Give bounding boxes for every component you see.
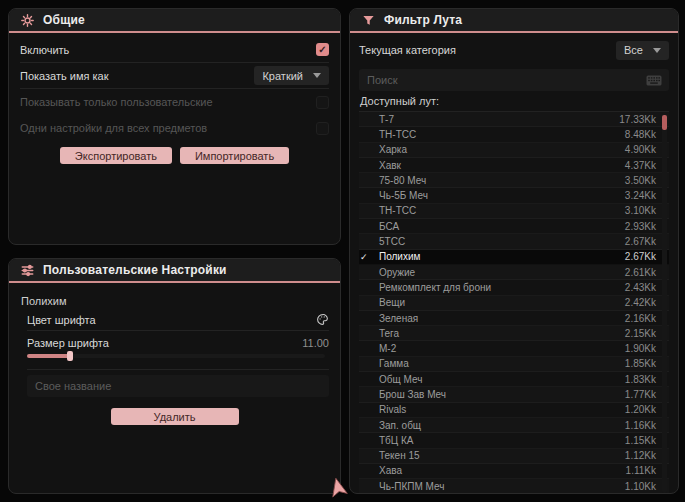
loot-item-row[interactable]: Общ Меч1.83Kk	[359, 372, 669, 387]
custom-panel-header[interactable]: Пользовательские Настройки	[9, 259, 340, 281]
loot-item-name: 75-80 Меч	[379, 175, 625, 186]
enable-checkbox[interactable]: ✓	[316, 43, 329, 56]
font-color-label: Цвет шрифта	[27, 314, 96, 326]
loot-item-name: Вещи	[379, 297, 625, 308]
search-input[interactable]	[359, 69, 646, 91]
loot-item-row[interactable]: Оружие2.61Kk	[359, 265, 669, 280]
show-name-combo-value: Краткий	[262, 70, 303, 82]
font-size-label: Размер шрифта	[27, 337, 109, 349]
loot-item-row[interactable]: Брош Зав Меч1.77Kk	[359, 387, 669, 402]
loot-item-name: Оружие	[379, 267, 625, 278]
loot-item-row[interactable]: ТН-ТСС3.10Kk	[359, 204, 669, 219]
loot-item-name: Полихим	[379, 251, 625, 262]
font-size-slider[interactable]	[27, 351, 329, 361]
import-button[interactable]: Импортировать	[180, 147, 289, 164]
delete-button[interactable]: Удалить	[111, 408, 239, 425]
loot-list-scrollbar[interactable]	[662, 113, 667, 493]
loot-item-name: Чь-5Б Меч	[379, 190, 625, 201]
loot-item-row[interactable]: Текен 151.12Kk	[359, 449, 669, 464]
enable-label: Включить	[20, 44, 69, 56]
category-row: Текущая категория Все	[359, 37, 669, 63]
loot-item-name: Харка	[379, 144, 625, 155]
loot-filter-panel: Фильтр Лута Текущая категория Все	[349, 8, 679, 494]
slider-grab[interactable]	[67, 351, 73, 361]
only-custom-label: Показывать только пользовательские	[20, 96, 213, 108]
check-icon: ✓	[359, 252, 379, 262]
sliders-icon	[21, 264, 34, 277]
loot-item-name: Чь-ПКПМ Меч	[379, 481, 625, 492]
category-combo[interactable]: Все	[616, 41, 669, 60]
show-name-row: Показать имя как Краткий	[20, 63, 329, 89]
custom-settings-panel: Пользовательские Настройки Полихим Цвет …	[8, 258, 341, 494]
loot-item-name: Зеленая	[379, 313, 625, 324]
loot-item-name: Гамма	[379, 358, 625, 369]
loot-item-name: 5ТСС	[379, 236, 625, 247]
loot-item-row[interactable]: Т-717.33Kk	[359, 112, 669, 127]
loot-item-name: Зап. общ	[379, 420, 625, 431]
loot-item-name: Ремкомплект для брони	[379, 282, 625, 293]
loot-item-row[interactable]: Зап. общ1.16Kk	[359, 418, 669, 433]
loot-item-row[interactable]: Харка4.90Kk	[359, 143, 669, 158]
font-size-value: 11.00	[302, 337, 329, 349]
available-loot-label: Доступный лут:	[360, 95, 668, 107]
loot-item-row[interactable]: Хава1.11Kk	[359, 464, 669, 479]
general-panel: Общие Включить ✓ Показать имя как Кратки…	[8, 8, 341, 245]
same-settings-checkbox	[316, 122, 329, 135]
loot-item-row[interactable]: Ремкомплект для брони2.43Kk	[359, 280, 669, 295]
show-name-label: Показать имя как	[20, 70, 109, 82]
loot-item-name: БСА	[379, 221, 625, 232]
loot-item-row[interactable]: Хавк4.37Kk	[359, 158, 669, 173]
palette-icon[interactable]	[316, 313, 329, 326]
loot-item-row[interactable]: Зеленая2.16Kk	[359, 311, 669, 326]
loot-item-name: Rivals	[379, 404, 625, 415]
enable-row: Включить ✓	[20, 37, 329, 63]
loot-item-name: Хавк	[379, 160, 625, 171]
loot-item-name: Тега	[379, 328, 625, 339]
gear-icon	[21, 14, 34, 27]
export-button[interactable]: Экспортировать	[60, 147, 172, 164]
same-settings-row: Одни настройки для всех предметов	[20, 115, 329, 141]
scrollbar-thumb[interactable]	[662, 115, 667, 130]
search-box	[359, 69, 669, 91]
loot-item-name: Хава	[379, 465, 626, 476]
loot-item-name: Брош Зав Меч	[379, 389, 625, 400]
same-settings-label: Одни настройки для всех предметов	[20, 122, 207, 134]
header-accent-line	[350, 31, 678, 33]
loot-item-row[interactable]: Вещи2.42Kk	[359, 296, 669, 311]
loot-item-row[interactable]: Чь-ПКПМ Меч1.10Kk	[359, 479, 669, 494]
selected-item-name: Полихим	[21, 295, 328, 307]
funnel-icon	[362, 14, 375, 27]
loot-panel-header[interactable]: Фильтр Лута	[350, 9, 678, 31]
category-combo-value: Все	[624, 44, 643, 56]
loot-item-row[interactable]: ✓Полихим2.67Kk	[359, 250, 669, 265]
loot-item-name: Текен 15	[379, 450, 625, 461]
loot-item-row[interactable]: 5ТСС2.67Kk	[359, 234, 669, 249]
loot-item-name: ТН-ТСС	[379, 129, 625, 140]
show-name-combo[interactable]: Краткий	[254, 66, 329, 85]
loot-item-row[interactable]: Тега2.15Kk	[359, 326, 669, 341]
general-panel-title: Общие	[43, 13, 85, 27]
loot-item-row[interactable]: Гамма1.85Kk	[359, 357, 669, 372]
font-size-row: Размер шрифта 11.00	[27, 331, 329, 370]
loot-item-row[interactable]: М-21.90Kk	[359, 341, 669, 356]
custom-panel-title: Пользовательские Настройки	[43, 263, 227, 277]
mod-config-window: Общие Включить ✓ Показать имя как Кратки…	[0, 0, 685, 502]
loot-item-row[interactable]: ТН-ТСС8.48Kk	[359, 127, 669, 142]
loot-item-row[interactable]: БСА2.93Kk	[359, 219, 669, 234]
loot-item-row[interactable]: Чь-5Б Меч3.24Kk	[359, 188, 669, 203]
general-panel-header[interactable]: Общие	[9, 9, 340, 31]
custom-name-input[interactable]	[27, 375, 329, 397]
chevron-down-icon	[653, 48, 661, 53]
loot-item-row[interactable]: 75-80 Меч3.50Kk	[359, 173, 669, 188]
loot-list: Т-717.33KkТН-ТСС8.48KkХарка4.90KkХавк4.3…	[359, 111, 669, 494]
category-label: Текущая категория	[359, 44, 456, 56]
loot-item-name: Т-7	[379, 114, 619, 125]
loot-item-name: М-2	[379, 343, 625, 354]
loot-item-row[interactable]: ТбЦ КА1.15Kk	[359, 433, 669, 448]
slider-fill	[27, 354, 72, 358]
only-custom-row: Показывать только пользовательские	[20, 89, 329, 115]
font-color-row[interactable]: Цвет шрифта	[27, 309, 329, 331]
loot-panel-title: Фильтр Лута	[384, 13, 462, 27]
loot-item-row[interactable]: Rivals1.20Kk	[359, 403, 669, 418]
keyboard-icon[interactable]	[646, 75, 662, 86]
